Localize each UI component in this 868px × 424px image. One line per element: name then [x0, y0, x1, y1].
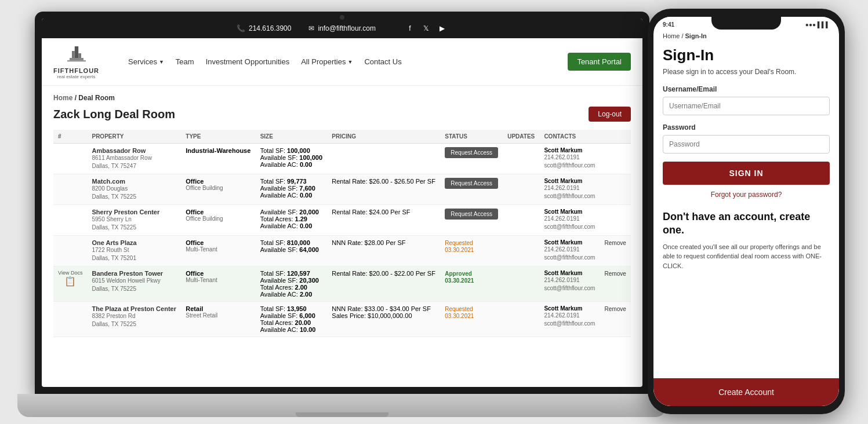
- row-type: Retail Street Retail: [181, 302, 255, 337]
- status-requested: Requested03.30.2021: [445, 306, 474, 319]
- main-content: Home / Deal Room Zack Long Deal Room Log…: [42, 86, 642, 345]
- row-num: View Docs📋: [53, 266, 87, 302]
- twitter-icon[interactable]: 𝕏: [421, 23, 431, 34]
- row-status: Requested03.30.2021: [440, 236, 503, 266]
- col-remove: [600, 130, 631, 144]
- phone-time: 9:41: [663, 21, 674, 28]
- row-num: [53, 236, 87, 266]
- row-pricing: Rental Rate: $26.00 - $26.50 Per SF: [327, 174, 440, 205]
- page-title: Zack Long Deal Room: [53, 108, 175, 121]
- phone-signal: ●●● ▌▌▌: [805, 21, 830, 28]
- table-row: Match.com 8200 DouglasDallas, TX 75225 O…: [53, 174, 631, 205]
- email-contact: ✉ info@fifthflour.com: [308, 24, 376, 32]
- row-contacts: Scott Markum 214.262.0191scott@fifthflou…: [539, 205, 600, 236]
- status-approved: Approved03.30.2021: [445, 271, 474, 284]
- row-status: Requested03.30.2021: [440, 302, 503, 337]
- row-updates: [503, 205, 539, 236]
- row-pricing: Rental Rate: $24.00 Per SF: [327, 205, 440, 236]
- row-contacts: Scott Markum 214.262.0191scott@fifthflou…: [539, 174, 600, 205]
- row-size: Total SF: 810,000Available SF: 64,000: [256, 236, 328, 266]
- col-pricing: PRICING: [327, 130, 440, 144]
- breadcrumb: Home / Deal Room: [53, 94, 631, 102]
- row-status: Request Access: [440, 205, 503, 236]
- laptop-camera: [340, 15, 344, 20]
- remove-link[interactable]: Remove: [605, 306, 626, 312]
- row-type: Office Office Building: [181, 205, 255, 236]
- phone-device: 9:41 ●●● ▌▌▌ Home / Sign-In Sign-In Plea…: [648, 9, 845, 414]
- signin-button[interactable]: SIGN IN: [663, 162, 830, 185]
- breadcrumb-home[interactable]: Home: [53, 94, 72, 102]
- logo-tagline: real estate experts: [57, 74, 96, 79]
- password-input[interactable]: [663, 135, 830, 153]
- row-property: Ambassador Row 8611 Ambassador RowDallas…: [87, 144, 181, 174]
- request-access-button[interactable]: Request Access: [445, 147, 498, 158]
- phone-number: 214.616.3900: [249, 24, 291, 32]
- nav-investment[interactable]: Investment Opportunities: [206, 57, 290, 66]
- row-remove: Remove: [600, 302, 631, 337]
- top-bar: 📞 214.616.3900 ✉ info@fifthflour.com f 𝕏…: [42, 19, 642, 38]
- no-account-title: Don't have an account, create one.: [663, 210, 830, 237]
- row-status: Request Access: [440, 144, 503, 174]
- row-updates: [503, 144, 539, 174]
- col-type: TYPE: [181, 130, 255, 144]
- row-updates: [503, 266, 539, 302]
- col-property: PROPERTY: [87, 130, 181, 144]
- nav-properties[interactable]: All Properties ▼: [301, 57, 353, 66]
- nav-contact[interactable]: Contact Us: [364, 57, 401, 66]
- phone-breadcrumb-home[interactable]: Home: [663, 32, 680, 39]
- table-row: The Plaza at Preston Center 8382 Preston…: [53, 302, 631, 337]
- doc-icon: 📋: [64, 276, 76, 286]
- youtube-icon[interactable]: ▶: [437, 23, 448, 34]
- row-remove: [600, 174, 631, 205]
- remove-link[interactable]: Remove: [605, 240, 626, 246]
- row-num: [53, 205, 87, 236]
- phone-breadcrumb-current: Sign-In: [685, 32, 707, 39]
- row-property: One Arts Plaza 1722 Routh StDallas, TX 7…: [87, 236, 181, 266]
- table-row: Ambassador Row 8611 Ambassador RowDallas…: [53, 144, 631, 174]
- row-type: Office Office Building: [181, 174, 255, 205]
- view-docs-link[interactable]: View Docs📋: [58, 270, 82, 287]
- row-remove: [600, 144, 631, 174]
- services-arrow: ▼: [159, 59, 164, 65]
- signin-title: Sign-In: [663, 46, 830, 64]
- phone-notch: [711, 17, 781, 30]
- signin-subtitle: Please sign in to access your Deal's Roo…: [663, 68, 830, 76]
- no-account-desc: Once created you'll see all our property…: [663, 242, 830, 271]
- col-num: #: [53, 130, 87, 144]
- create-account-button[interactable]: Create Account: [653, 378, 839, 406]
- logout-button[interactable]: Log-out: [589, 107, 631, 122]
- row-remove: Remove: [600, 236, 631, 266]
- nav-links: Services ▼ Team Investment Opportunities…: [128, 57, 550, 66]
- row-updates: [503, 236, 539, 266]
- tenant-portal-button[interactable]: Tenant Portal: [568, 53, 631, 71]
- row-contacts: Scott Markum 214.262.0191scott@fifthflou…: [539, 144, 600, 174]
- remove-link[interactable]: Remove: [605, 271, 626, 277]
- laptop-body: 📞 214.616.3900 ✉ info@fifthflour.com f 𝕏…: [35, 12, 649, 394]
- status-requested: Requested03.30.2021: [445, 240, 474, 253]
- deal-table: # PROPERTY TYPE SIZE PRICING STATUS UPDA…: [53, 130, 631, 337]
- username-label: Username/Email: [663, 85, 830, 93]
- row-contacts: Scott Markum 214.262.0191scott@fifthflou…: [539, 266, 600, 302]
- phone-content: Sign-In Please sign in to access your De…: [653, 42, 839, 284]
- nav-team[interactable]: Team: [176, 57, 194, 66]
- row-num: [53, 144, 87, 174]
- row-num: [53, 302, 87, 337]
- table-row: View Docs📋 Bandera Preston Tower 6015 We…: [53, 266, 631, 302]
- table-row: One Arts Plaza 1722 Routh StDallas, TX 7…: [53, 236, 631, 266]
- row-status: Approved03.30.2021: [440, 266, 503, 302]
- request-access-button[interactable]: Request Access: [445, 178, 498, 189]
- logo-name: FIFTHFLOUR: [53, 67, 99, 74]
- facebook-icon[interactable]: f: [405, 23, 415, 34]
- forgot-password-link[interactable]: Forgot your password?: [663, 191, 830, 199]
- nav-services[interactable]: Services ▼: [128, 57, 164, 66]
- row-contacts: Scott Markum 214.262.0191scott@fifthflou…: [539, 302, 600, 337]
- col-updates: UPDATES: [503, 130, 539, 144]
- row-updates: [503, 302, 539, 337]
- logo[interactable]: FIFTHFLOUR real estate experts: [53, 44, 99, 79]
- logo-svg: [65, 44, 88, 67]
- row-type: Office Multi-Tenant: [181, 266, 255, 302]
- username-input[interactable]: [663, 97, 830, 115]
- row-property: The Plaza at Preston Center 8382 Preston…: [87, 302, 181, 337]
- row-updates: [503, 174, 539, 205]
- request-access-button[interactable]: Request Access: [445, 209, 498, 220]
